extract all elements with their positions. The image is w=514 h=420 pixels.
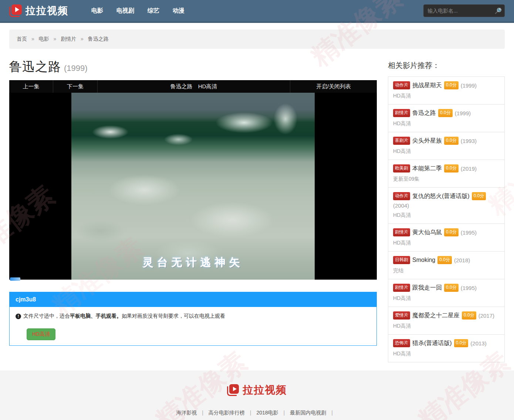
play-logo-icon (9, 4, 22, 17)
prev-episode-button[interactable]: 上一集 (9, 80, 53, 93)
related-year: (2018) (454, 257, 470, 263)
category-badge: 动作片 (393, 192, 410, 200)
footer-logo[interactable]: 拉拉视频 (0, 383, 514, 397)
category-badge: 喜剧片 (393, 137, 410, 145)
related-title: 本能第二季 (412, 165, 442, 173)
category-badge: 剧情片 (393, 284, 410, 292)
movie-year: (1999) (64, 64, 88, 73)
related-year: (1999) (461, 82, 477, 89)
breadcrumb-category[interactable]: 剧情片 (61, 36, 76, 42)
top-navbar: 拉拉视频 电影电视剧综艺动漫 🔍 (0, 0, 514, 23)
related-year: (1993) (461, 138, 477, 144)
related-status: HD高清 (393, 323, 500, 329)
related-item[interactable]: 恐怖片 猎杀(普通话版) 0.0分 (2013) HD高清 (388, 335, 504, 362)
related-item[interactable]: 欧美剧 本能第二季 0.0分 (2019) 更新至09集 (388, 160, 504, 188)
related-status: 完结 (393, 267, 500, 274)
score-badge: 0.0分 (444, 228, 459, 236)
search-icon[interactable]: 🔍 (494, 7, 502, 14)
related-item[interactable]: 爱情片 魔都爱之十二星座 0.0分 (2017) HD高清 (388, 307, 504, 335)
related-status: 更新至09集 (393, 176, 500, 182)
related-status: HD高清 (393, 351, 500, 357)
breadcrumb-separator: » (31, 36, 34, 42)
related-title: Smoking (412, 257, 435, 263)
related-title: 魔都爱之十二星座 (412, 312, 460, 320)
player-progress-chip[interactable] (10, 277, 20, 281)
footer-logo-text: 拉拉视频 (243, 383, 287, 397)
category-badge: 日韩剧 (393, 256, 410, 264)
nav-item[interactable]: 电视剧 (111, 4, 139, 18)
footer-links: 海洋影视|高分电影排行榜|2018电影|最新国内电视剧| (0, 410, 514, 416)
category-badge: 欧美剧 (393, 164, 410, 173)
search-input[interactable] (427, 8, 494, 14)
breadcrumb-home[interactable]: 首页 (17, 36, 27, 42)
score-badge: 0.0分 (444, 137, 459, 145)
site-logo[interactable]: 拉拉视频 (9, 4, 68, 17)
video-subtitle: 灵台无计逃神矢 (9, 255, 377, 270)
breadcrumb-separator: » (81, 36, 84, 42)
related-list: 动作片 挑战星期天 0.0分 (1999) HD高清 剧情片 鲁迅之路 0.0分… (388, 76, 505, 362)
category-badge: 动作片 (393, 81, 410, 89)
next-episode-button[interactable]: 下一集 (53, 80, 98, 93)
now-playing-label: 鲁迅之路 HD高清 (98, 80, 290, 93)
related-year: (1995) (461, 229, 477, 236)
nav-item[interactable]: 综艺 (142, 4, 165, 18)
breadcrumb-movies[interactable]: 电影 (39, 36, 49, 42)
search-box[interactable]: 🔍 (423, 4, 505, 17)
related-title: 挑战星期天 (412, 82, 442, 89)
related-item[interactable]: 剧情片 鲁迅之路 0.0分 (1999) HD高清 (388, 105, 504, 132)
main-nav: 电影电视剧综艺动漫 (86, 4, 190, 18)
footer-link[interactable]: 海洋影视 (176, 410, 197, 416)
related-year: (2013) (470, 340, 486, 346)
nav-item[interactable]: 动漫 (168, 4, 190, 18)
related-title: 跟我走一回 (412, 284, 442, 292)
category-badge: 剧情片 (393, 109, 410, 117)
footer-link[interactable]: 最新国内电视剧 (290, 410, 326, 416)
related-year: (2019) (461, 165, 477, 172)
score-badge: 0.0分 (438, 109, 453, 117)
related-item[interactable]: 动作片 复仇的怒火(普通话版) 0.0分 (2004) HD高清 (388, 188, 504, 224)
related-status: HD高清 (393, 120, 500, 127)
score-badge: 0.0分 (444, 81, 459, 89)
footer-play-logo-icon (227, 384, 239, 396)
score-badge: 0.0分 (437, 256, 452, 264)
related-item[interactable]: 剧情片 跟我走一回 0.0分 (1995) HD高清 (388, 279, 504, 307)
related-title: 复仇的怒火(普通话版) (412, 192, 470, 200)
related-status: HD高清 (393, 295, 500, 302)
footer-link-separator: | (202, 410, 203, 416)
related-status: HD高清 (393, 148, 500, 155)
related-status: HD高清 (393, 212, 500, 219)
breadcrumb: 首页 » 电影 » 剧情片 » 鲁迅之路 (9, 30, 505, 49)
related-item[interactable]: 动作片 挑战星期天 0.0分 (1999) HD高清 (388, 77, 504, 105)
nav-item[interactable]: 电影 (86, 4, 108, 18)
video-screen[interactable]: 灵台无计逃神矢 (9, 93, 377, 280)
related-year: (2004) (393, 202, 409, 209)
video-player: 上一集 下一集 鲁迅之路 HD高清 开启/关闭列表 灵台无计逃神矢 (9, 80, 377, 280)
movie-title: 鲁迅之路 (9, 59, 61, 74)
related-year: (1995) (461, 285, 477, 291)
source-panel: cjm3u8 ! 文件尺寸适中，适合平板电脑、手机观看。如果对画质没有苛刻要求，… (9, 292, 377, 346)
footer-link[interactable]: 2018电影 (256, 410, 278, 416)
category-badge: 剧情片 (393, 228, 410, 236)
episode-hd-button[interactable]: HD高清 (27, 328, 55, 340)
related-heading: 相关影片推荐： (388, 61, 505, 71)
footer-link[interactable]: 高分电影排行榜 (209, 410, 245, 416)
footer-link-separator: | (250, 410, 251, 416)
related-title: 猎杀(普通话版) (412, 339, 452, 347)
footer-link-separator: | (284, 410, 285, 416)
site-logo-text: 拉拉视频 (26, 4, 68, 17)
score-badge: 0.0分 (472, 192, 486, 200)
player-control-bar: 上一集 下一集 鲁迅之路 HD高清 开启/关闭列表 (9, 80, 377, 93)
related-item[interactable]: 喜剧片 尖头外星族 0.0分 (1993) HD高清 (388, 132, 504, 160)
score-badge: 0.0分 (444, 164, 459, 173)
related-title: 尖头外星族 (412, 137, 442, 145)
toggle-playlist-button[interactable]: 开启/关闭列表 (290, 80, 377, 93)
breadcrumb-separator: » (53, 36, 56, 42)
related-year: (2017) (479, 313, 494, 319)
category-badge: 恐怖片 (393, 339, 410, 347)
related-year: (1999) (455, 110, 471, 116)
footer: 拉拉视频 海洋影视|高分电影排行榜|2018电影|最新国内电视剧| Copyri… (0, 371, 514, 420)
score-badge: 0.0分 (462, 311, 476, 320)
related-item[interactable]: 剧情片 黄大仙乌鼠 0.0分 (1995) HD高清 (388, 224, 504, 252)
related-item[interactable]: 日韩剧 Smoking 0.0分 (2018) 完结 (388, 252, 504, 279)
related-status: HD高清 (393, 240, 500, 246)
